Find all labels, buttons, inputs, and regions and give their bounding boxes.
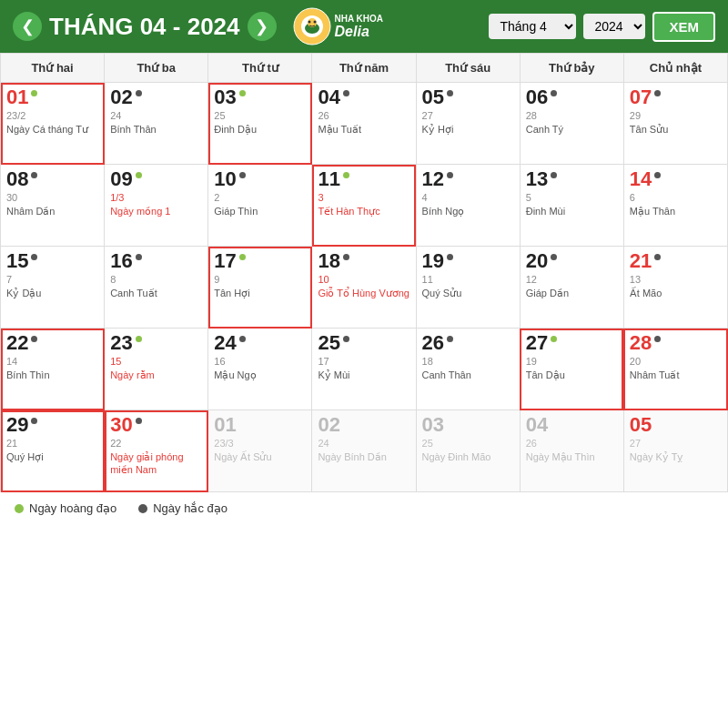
lunar-name: Ngày giải phóng miền Nam: [110, 450, 202, 477]
lunar-date: 27: [422, 110, 514, 121]
lunar-date: 4: [422, 192, 514, 203]
day-number: 05: [630, 414, 722, 436]
lunar-name: Ngày rằm: [110, 369, 202, 381]
calendar-cell-w4d4[interactable]: 0325Ngày Đinh Mão: [416, 410, 520, 492]
hac-dao-dot-indicator: [136, 418, 142, 424]
hac-dao-legend: Ngày hắc đạo: [138, 501, 228, 515]
lunar-date: 12: [526, 274, 618, 285]
calendar-cell-w4d5[interactable]: 0426Ngày Mậu Thìn: [520, 410, 623, 492]
calendar-cell-w3d3[interactable]: 2517Kỷ Mùi: [312, 329, 416, 410]
calendar-cell-w2d4[interactable]: 1911Quý Sửu: [416, 247, 520, 329]
day-number: 23: [110, 332, 202, 354]
logo: NHA KHOA Delia: [293, 7, 384, 46]
calendar-cell-w4d2[interactable]: 0123/3Ngày Ất Sửu: [208, 410, 312, 492]
calendar-cell-w0d1[interactable]: 0224Bính Thân: [105, 83, 208, 165]
hac-dao-dot-indicator: [343, 254, 349, 260]
calendar-cell-w4d1[interactable]: 3022Ngày giải phóng miền Nam: [105, 410, 208, 492]
calendar-cell-w0d4[interactable]: 0527Kỷ Hợi: [416, 83, 520, 165]
day-number: 04: [526, 414, 618, 436]
day-number: 21: [630, 250, 722, 272]
lunar-name: Ngày Bính Dần: [318, 450, 410, 463]
hoang-dao-label: Ngày hoàng đạo: [29, 501, 116, 515]
weekday-header-5: Thứ bảy: [520, 54, 623, 83]
calendar-cell-w3d1[interactable]: 2315Ngày rằm: [105, 329, 208, 410]
day-number: 01: [214, 414, 306, 436]
hac-dao-dot-indicator: [447, 172, 453, 178]
xem-button[interactable]: XEM: [652, 12, 715, 42]
calendar-cell-w1d4[interactable]: 124Bính Ngọ: [416, 165, 520, 247]
lunar-date: 21: [6, 438, 98, 449]
day-number: 19: [422, 250, 514, 272]
hac-dao-dot-indicator: [31, 418, 37, 424]
lunar-date: 23/2: [6, 110, 98, 121]
calendar-cell-w1d0[interactable]: 0830Nhâm Dần: [1, 165, 105, 247]
calendar-cell-w0d3[interactable]: 0426Mậu Tuất: [312, 83, 416, 165]
calendar-cell-w1d6[interactable]: 146Mậu Thân: [623, 165, 727, 247]
calendar-cell-w4d6[interactable]: 0527Ngày Kỷ Tỵ: [623, 410, 727, 492]
hac-dao-dot-indicator: [343, 90, 349, 96]
hac-dao-dot-indicator: [136, 90, 142, 96]
lunar-name: Tân Hợi: [214, 287, 306, 299]
lunar-date: 17: [318, 356, 410, 367]
day-number: 11: [318, 168, 410, 190]
next-month-button[interactable]: ❯: [248, 12, 277, 41]
calendar-cell-w1d5[interactable]: 135Đinh Mùi: [520, 165, 623, 247]
calendar-cell-w0d6[interactable]: 0729Tân Sửu: [623, 83, 727, 165]
calendar-cell-w1d2[interactable]: 102Giáp Thìn: [208, 165, 312, 247]
lunar-name: Nhâm Tuất: [630, 369, 722, 381]
lunar-date: 1/3: [110, 192, 202, 203]
lunar-name: Mậu Tuất: [318, 123, 410, 136]
calendar-cell-w2d0[interactable]: 157Kỷ Dậu: [1, 247, 105, 329]
lunar-name: Canh Tý: [526, 123, 618, 136]
calendar-cell-w4d3[interactable]: 0224Ngày Bính Dần: [312, 410, 416, 492]
calendar-cell-w2d3[interactable]: 1810Giỗ Tổ Hùng Vương: [312, 247, 416, 329]
calendar-cell-w0d2[interactable]: 0325Đinh Dậu: [208, 83, 312, 165]
year-select[interactable]: 2022202320242025: [583, 14, 645, 39]
lunar-date: 26: [526, 438, 618, 449]
hac-dao-dot-indicator: [447, 254, 453, 260]
lunar-name: Kỷ Mùi: [318, 369, 410, 381]
header-controls: Tháng 1Tháng 2Tháng 3Tháng 4 Tháng 5Thán…: [489, 12, 715, 42]
lunar-date: 11: [422, 274, 514, 285]
day-number: 02: [110, 86, 202, 108]
calendar-cell-w2d1[interactable]: 168Canh Tuất: [105, 247, 208, 329]
calendar-cell-w3d5[interactable]: 2719Tân Dậu: [520, 329, 623, 410]
calendar-cell-w1d3[interactable]: 113Tết Hàn Thực: [312, 165, 416, 247]
day-number: 06: [526, 86, 618, 108]
lunar-name: Ngày Mậu Thìn: [526, 450, 618, 463]
calendar-cell-w3d0[interactable]: 2214Bính Thìn: [1, 329, 105, 410]
day-number: 22: [6, 332, 98, 354]
calendar-cell-w2d6[interactable]: 2113Ất Mão: [623, 247, 727, 329]
month-select[interactable]: Tháng 1Tháng 2Tháng 3Tháng 4 Tháng 5Thán…: [489, 14, 576, 39]
lunar-name: Giỗ Tổ Hùng Vương: [318, 287, 410, 299]
hac-dao-dot-indicator: [551, 172, 557, 178]
calendar-cell-w0d5[interactable]: 0628Canh Tý: [520, 83, 623, 165]
lunar-name: Ngày mồng 1: [110, 205, 202, 217]
calendar-cell-w4d0[interactable]: 2921Quý Hợi: [1, 410, 105, 492]
calendar-cell-w1d1[interactable]: 091/3Ngày mồng 1: [105, 165, 208, 247]
calendar-cell-w2d2[interactable]: 179Tân Hợi: [208, 247, 312, 329]
day-number: 29: [6, 414, 98, 436]
calendar-cell-w0d0[interactable]: 0123/2Ngày Cá tháng Tư: [1, 83, 105, 165]
day-number: 03: [422, 414, 514, 436]
lunar-name: Mậu Ngọ: [214, 369, 306, 381]
lunar-name: Quý Sửu: [422, 287, 514, 299]
lunar-name: Giáp Dần: [526, 287, 618, 299]
hac-dao-dot-indicator: [136, 254, 142, 260]
lunar-name: Tân Dậu: [526, 369, 618, 381]
lunar-name: Kỷ Dậu: [6, 287, 98, 299]
calendar-cell-w2d5[interactable]: 2012Giáp Dần: [520, 247, 623, 329]
weekday-header-3: Thứ năm: [312, 54, 416, 83]
lunar-name: Bính Thân: [110, 123, 202, 136]
calendar-cell-w3d6[interactable]: 2820Nhâm Tuất: [623, 329, 727, 410]
lunar-date: 24: [110, 110, 202, 121]
hac-dao-dot-indicator: [343, 336, 349, 342]
prev-month-button[interactable]: ❮: [13, 12, 42, 41]
day-number: 26: [422, 332, 514, 354]
calendar-cell-w3d2[interactable]: 2416Mậu Ngọ: [208, 329, 312, 410]
hac-dao-dot: [138, 504, 147, 513]
calendar-cell-w3d4[interactable]: 2618Canh Thân: [416, 329, 520, 410]
lunar-date: 14: [6, 356, 98, 367]
day-number: 10: [214, 168, 306, 190]
lunar-name: Giáp Thìn: [214, 205, 306, 217]
